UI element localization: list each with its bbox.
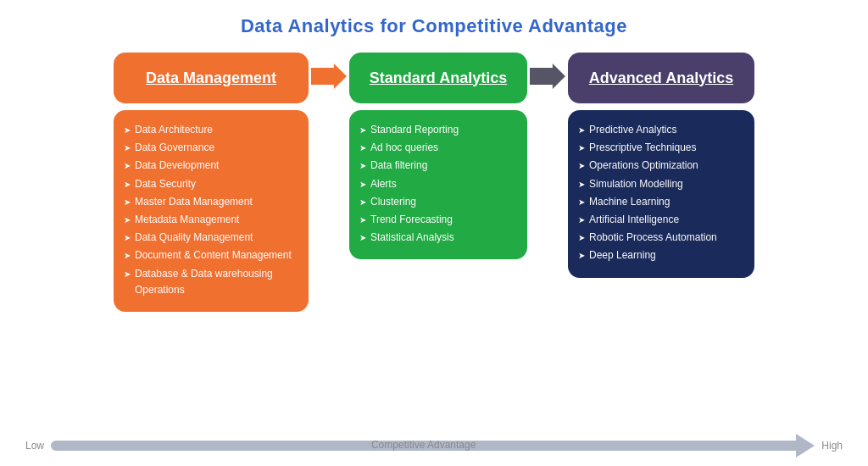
arrow-icon-2: [530, 61, 565, 92]
list-item: ➤Master Data Management: [124, 194, 295, 210]
bullet-icon: ➤: [359, 214, 366, 227]
bullet-icon: ➤: [578, 159, 585, 173]
bullet-icon: ➤: [124, 268, 131, 281]
content-advanced-analytics: ➤Predictive Analytics ➤Prescriptive Tech…: [568, 110, 754, 278]
list-item: ➤Database & Data warehousing Operations: [124, 266, 295, 298]
list-item: ➤Data Quality Management: [124, 230, 295, 246]
list-item: ➤Document & Content Management: [124, 247, 295, 264]
list-item: ➤Data Development: [124, 158, 295, 174]
bullet-icon: ➤: [124, 141, 131, 155]
list-item: ➤Operations Optimization: [578, 158, 741, 174]
bullet-icon: ➤: [124, 159, 131, 173]
list-item: ➤Data Governance: [124, 140, 295, 156]
list-item: ➤Robotic Process Automation: [578, 230, 741, 246]
list-item: ➤Artificial Intelligence: [578, 212, 741, 228]
list-item: ➤Alerts: [359, 176, 514, 192]
bullet-icon: ➤: [124, 178, 131, 191]
bullet-icon: ➤: [578, 141, 585, 155]
axis-label-center: Competitive Advantage: [371, 439, 476, 451]
list-item: ➤Metadata Management: [124, 212, 295, 228]
list-advanced-analytics: ➤Predictive Analytics ➤Prescriptive Tech…: [578, 122, 741, 264]
header-data-management: Data Management: [114, 53, 309, 103]
arrow-2: [527, 53, 568, 92]
list-item: ➤Simulation Modelling: [578, 176, 741, 192]
bullet-icon: ➤: [359, 196, 366, 209]
axis-row: Low Competitive Advantage High: [25, 434, 843, 458]
axis-label-high: High: [821, 440, 843, 452]
axis-arrow-head: [796, 434, 815, 458]
list-item: ➤Statistical Analysis: [359, 230, 514, 246]
header-standard-analytics: Standard Analytics: [349, 53, 527, 103]
bullet-icon: ➤: [124, 249, 131, 263]
list-item: ➤Data Security: [124, 176, 295, 192]
bullet-icon: ➤: [359, 231, 366, 245]
list-data-management: ➤Data Architecture ➤Data Governance ➤Dat…: [124, 122, 295, 298]
list-item: ➤Clustering: [359, 194, 514, 210]
list-standard-analytics: ➤Standard Reporting ➤Ad hoc queries ➤Dat…: [359, 122, 514, 246]
header-advanced-analytics: Advanced Analytics: [568, 53, 754, 103]
content-standard-analytics: ➤Standard Reporting ➤Ad hoc queries ➤Dat…: [349, 110, 527, 259]
bullet-icon: ➤: [359, 124, 366, 137]
axis-line: Competitive Advantage: [51, 434, 796, 458]
list-item: ➤Prescriptive Techniques: [578, 140, 741, 156]
list-item: ➤Predictive Analytics: [578, 122, 741, 138]
bullet-icon: ➤: [578, 214, 585, 227]
list-item: ➤Ad hoc queries: [359, 140, 514, 156]
column-standard-analytics: Standard Analytics ➤Standard Reporting ➤…: [349, 53, 527, 259]
bullet-icon: ➤: [578, 249, 585, 263]
bullet-icon: ➤: [124, 214, 131, 227]
bullet-icon: ➤: [578, 124, 585, 137]
bullet-icon: ➤: [359, 159, 366, 173]
arrow-icon-1: [311, 61, 347, 92]
axis-label-low: Low: [25, 440, 44, 452]
bullet-icon: ➤: [578, 231, 585, 245]
list-item: ➤Deep Learning: [578, 247, 741, 264]
list-item: ➤Machine Learning: [578, 194, 741, 210]
list-item: ➤Data Architecture: [124, 122, 295, 138]
page-title: Data Analytics for Competitive Advantage: [241, 15, 627, 37]
list-item: ➤Standard Reporting: [359, 122, 514, 138]
bullet-icon: ➤: [124, 196, 131, 209]
svg-marker-0: [311, 64, 347, 89]
bullet-icon: ➤: [124, 231, 131, 245]
bullet-icon: ➤: [359, 141, 366, 155]
column-data-management: Data Management ➤Data Architecture ➤Data…: [114, 53, 309, 312]
column-advanced-analytics: Advanced Analytics ➤Predictive Analytics…: [568, 53, 754, 278]
svg-marker-1: [530, 64, 565, 89]
bullet-icon: ➤: [124, 124, 131, 137]
bullet-icon: ➤: [578, 178, 585, 191]
main-content: Data Management ➤Data Architecture ➤Data…: [25, 53, 843, 422]
content-data-management: ➤Data Architecture ➤Data Governance ➤Dat…: [114, 110, 309, 312]
bullet-icon: ➤: [578, 196, 585, 209]
list-item: ➤Trend Forecasting: [359, 212, 514, 228]
arrow-1: [309, 53, 349, 92]
bullet-icon: ➤: [359, 178, 366, 191]
list-item: ➤Data filtering: [359, 158, 514, 174]
